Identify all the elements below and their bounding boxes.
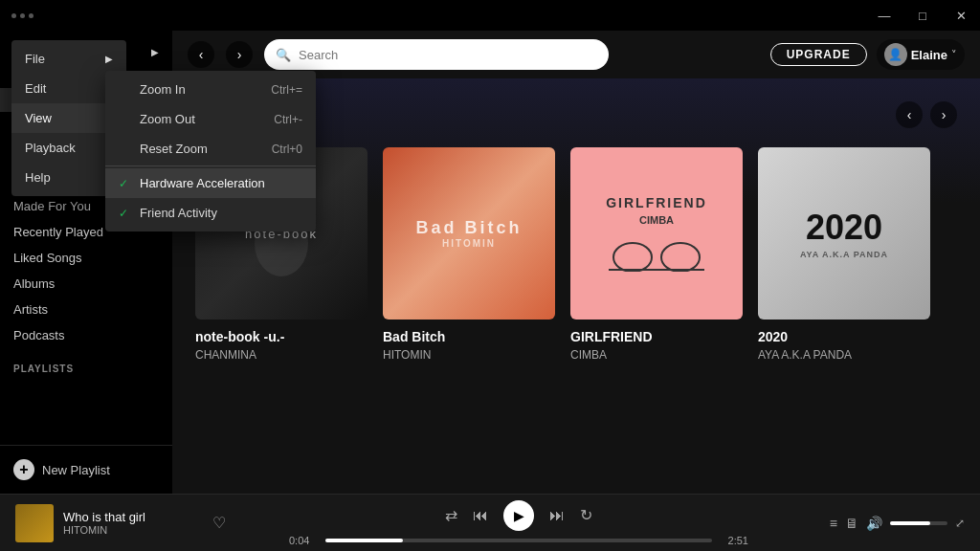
search-input[interactable] bbox=[299, 48, 597, 62]
hardware-accel-label: Hardware Acceleration bbox=[140, 176, 265, 190]
submenu-reset-zoom[interactable]: Reset Zoom Ctrl+0 bbox=[105, 134, 316, 164]
card-2020-artist: AYA A.K.A PANDA bbox=[758, 348, 930, 362]
repeat-button[interactable]: ↻ bbox=[580, 506, 592, 524]
library-item-albums[interactable]: Albums bbox=[13, 271, 159, 297]
card-girlfriend[interactable]: GIRLFRIEND CIMBA GIRLFRIEND CIMBA bbox=[570, 147, 743, 362]
dropdown-help-label: Help bbox=[25, 170, 51, 185]
shortcuts-back-button[interactable]: ‹ bbox=[896, 101, 923, 128]
dot-1 bbox=[11, 13, 16, 18]
card-note-book-artist: CHANMINA bbox=[195, 348, 368, 362]
avatar: 👤 bbox=[884, 43, 907, 66]
card-note-book-title: note-book -u.- bbox=[195, 329, 368, 344]
volume-icon[interactable]: 🔊 bbox=[866, 516, 882, 531]
hardware-accel-check: ✓ bbox=[119, 177, 132, 190]
submenu-zoom-in[interactable]: Zoom In Ctrl+= bbox=[105, 75, 316, 104]
close-button[interactable]: ✕ bbox=[942, 0, 980, 31]
new-playlist-button[interactable]: + New Playlist bbox=[0, 445, 172, 494]
shuffle-button[interactable]: ⇄ bbox=[445, 506, 457, 524]
user-menu[interactable]: 👤 Elaine ˅ bbox=[877, 39, 965, 70]
library-item-albums-label: Albums bbox=[13, 276, 55, 291]
navbar-right: UPGRADE 👤 Elaine ˅ bbox=[770, 39, 965, 70]
card-girlfriend-title: GIRLFRIEND bbox=[570, 329, 743, 344]
dot-2 bbox=[20, 13, 25, 18]
card-girlfriend-image: GIRLFRIEND CIMBA bbox=[570, 147, 743, 320]
search-bar[interactable]: 🔍 bbox=[264, 39, 609, 70]
friend-activity-check: ✓ bbox=[119, 207, 132, 220]
volume-bar[interactable] bbox=[890, 521, 947, 525]
library-item-artists[interactable]: Artists bbox=[13, 297, 159, 322]
player: Who is that girl HITOMIN ♡ ⇄ ⏮ ▶ ⏭ ↻ 0:0… bbox=[0, 494, 980, 551]
library-item-liked-songs[interactable]: Liked Songs bbox=[13, 245, 159, 271]
search-icon: 🔍 bbox=[276, 48, 291, 62]
player-track-text: Who is that girl HITOMIN bbox=[63, 510, 203, 536]
dropdown-view-label: View bbox=[25, 111, 52, 125]
submenu-zoom-out[interactable]: Zoom Out Ctrl+- bbox=[105, 104, 316, 134]
new-playlist-label: New Playlist bbox=[42, 463, 110, 477]
library-item-podcasts[interactable]: Podcasts bbox=[13, 322, 159, 348]
view-submenu: Zoom In Ctrl+= Zoom Out Ctrl+- Reset Zoo… bbox=[105, 71, 316, 231]
progress-bar[interactable] bbox=[325, 539, 712, 542]
card-girlfriend-artist: CIMBA bbox=[570, 348, 743, 362]
svg-point-3 bbox=[661, 243, 700, 272]
heart-button[interactable]: ♡ bbox=[212, 514, 226, 532]
svg-point-2 bbox=[613, 243, 652, 272]
library-item-podcasts-label: Podcasts bbox=[13, 328, 64, 342]
player-track-info: Who is that girl HITOMIN ♡ bbox=[15, 504, 226, 542]
library-item-artists-label: Artists bbox=[13, 302, 48, 317]
play-pause-button[interactable]: ▶ bbox=[503, 500, 534, 531]
zoom-out-shortcut: Ctrl+- bbox=[274, 113, 302, 126]
chevron-down-icon: ˅ bbox=[951, 49, 957, 61]
card-bad-bitch-artist: HITOMIN bbox=[383, 348, 555, 362]
card-bad-bitch-title: Bad Bitch bbox=[383, 329, 555, 344]
player-album-thumb bbox=[15, 504, 54, 542]
album-bad-bitch-art: Bad Bitch HITOMIN bbox=[383, 147, 555, 320]
next-button[interactable]: ⏭ bbox=[549, 507, 565, 524]
queue-button[interactable]: ≡ bbox=[830, 516, 837, 531]
playlists-section: PLAYLISTS bbox=[0, 364, 172, 382]
device-button[interactable]: 🖥 bbox=[845, 516, 858, 531]
upgrade-button[interactable]: UPGRADE bbox=[770, 43, 867, 66]
shortcuts-forward-button[interactable]: › bbox=[930, 101, 957, 128]
forward-button[interactable]: › bbox=[226, 41, 253, 68]
card-2020-title: 2020 bbox=[758, 329, 930, 344]
player-progress: 0:04 2:51 bbox=[289, 535, 748, 546]
submenu-hardware-accel[interactable]: ✓ Hardware Acceleration bbox=[105, 168, 316, 198]
minimize-button[interactable]: — bbox=[865, 0, 903, 31]
maximize-button[interactable]: □ bbox=[903, 0, 942, 31]
dropdown-file-label: File bbox=[25, 52, 45, 66]
album-2020-art: 2020 AYA A.K.A PANDA bbox=[758, 147, 930, 320]
titlebar-controls: — □ ✕ bbox=[865, 0, 980, 31]
zoom-in-label: Zoom In bbox=[140, 82, 186, 97]
card-bad-bitch[interactable]: Bad Bitch HITOMIN Bad Bitch HITOMIN bbox=[383, 147, 555, 362]
fullscreen-button[interactable]: ⤢ bbox=[955, 517, 965, 530]
submenu-friend-activity[interactable]: ✓ Friend Activity bbox=[105, 198, 316, 228]
card-2020[interactable]: 2020 AYA A.K.A PANDA 2020 AYA A.K.A PAND… bbox=[758, 147, 930, 362]
zoom-in-shortcut: Ctrl+= bbox=[271, 83, 302, 97]
submenu-divider bbox=[105, 165, 316, 166]
previous-button[interactable]: ⏮ bbox=[473, 507, 488, 524]
plus-icon: + bbox=[13, 459, 34, 480]
reset-zoom-label: Reset Zoom bbox=[140, 142, 208, 156]
zoom-out-label: Zoom Out bbox=[140, 112, 195, 126]
library-item-recently-played-label: Recently Played bbox=[13, 225, 103, 239]
playlists-label: PLAYLISTS bbox=[13, 364, 159, 374]
player-track-name: Who is that girl bbox=[63, 510, 203, 524]
shortcuts-nav: ‹ › bbox=[896, 101, 957, 128]
current-time: 0:04 bbox=[289, 535, 318, 546]
dropdown-file[interactable]: File ▶ bbox=[11, 44, 126, 74]
user-name: Elaine bbox=[911, 48, 947, 62]
card-2020-image: 2020 AYA A.K.A PANDA bbox=[758, 147, 930, 320]
titlebar-dots bbox=[11, 13, 33, 18]
player-right-controls: ≡ 🖥 🔊 ⤢ bbox=[812, 516, 965, 531]
card-bad-bitch-image: Bad Bitch HITOMIN bbox=[383, 147, 555, 320]
progress-fill bbox=[325, 539, 403, 542]
volume-fill bbox=[890, 521, 930, 525]
dropdown-file-arrow: ▶ bbox=[105, 54, 113, 64]
reset-zoom-shortcut: Ctrl+0 bbox=[272, 143, 302, 156]
back-button[interactable]: ‹ bbox=[188, 41, 214, 68]
dropdown-playback-label: Playback bbox=[25, 141, 76, 155]
friend-activity-label: Friend Activity bbox=[140, 206, 217, 220]
library-item-made-for-you-label: Made For You bbox=[13, 199, 91, 213]
titlebar: — □ ✕ bbox=[0, 0, 980, 31]
dot-3 bbox=[29, 13, 33, 18]
